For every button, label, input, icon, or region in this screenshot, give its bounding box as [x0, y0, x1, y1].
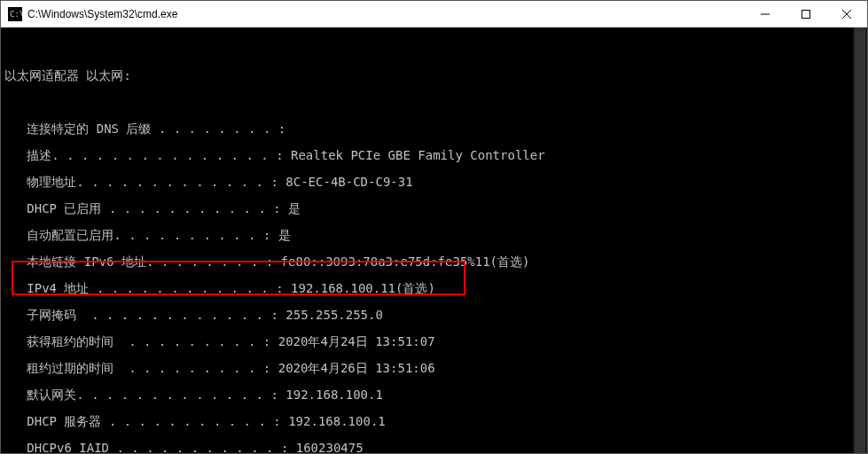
ipv4-label: IPv4 地址: [27, 281, 89, 295]
ipv6-local-value: fe80::3093:78a3:e75d:fe35%11(首选): [281, 254, 530, 269]
terminal-output[interactable]: 以太网适配器 以太网: 连接特定的 DNS 后缀 . . . . . . . .…: [1, 27, 867, 453]
description-value: Realtek PCIe GBE Family Controller: [291, 148, 545, 162]
svg-text:C:\: C:\: [10, 10, 22, 19]
lease-expires-label: 租约过期的时间: [27, 361, 113, 375]
dhcp-enabled-label: DHCP 已启用: [27, 201, 101, 215]
lease-obtained-label: 获得租约的时间: [27, 334, 113, 348]
ipv6-local-label: 本地链接 IPv6 地址: [27, 254, 146, 269]
dhcpv6-iaid-label: DHCPv6 IAID: [27, 441, 109, 453]
cmd-window: C:\ C:\Windows\System32\cmd.exe 以太网适配器 以…: [0, 0, 868, 454]
svg-rect-3: [802, 10, 810, 18]
dhcp-enabled-value: 是: [288, 201, 301, 215]
lease-obtained-value: 2020年4月24日 13:51:07: [278, 334, 435, 348]
scrollbar-thumb[interactable]: [855, 27, 865, 453]
dns-suffix-label: 连接特定的 DNS 后缀: [27, 121, 151, 136]
window-title: C:\Windows\System32\cmd.exe: [27, 8, 177, 20]
physical-label: 物理地址: [27, 175, 76, 189]
close-button[interactable]: [826, 1, 867, 27]
autoconf-value: 是: [278, 228, 291, 242]
autoconf-label: 自动配置已启用: [27, 228, 113, 242]
ipv4-value: 192.168.100.11(首选): [291, 281, 435, 295]
gateway-label: 默认网关: [27, 387, 76, 402]
scrollbar[interactable]: [853, 27, 867, 453]
cmd-icon: C:\: [8, 7, 22, 21]
gateway-value: 192.168.100.1: [285, 387, 383, 402]
dhcpv6-iaid-value: 160230475: [296, 441, 364, 453]
description-label: 描述: [27, 148, 51, 162]
physical-value: 8C-EC-4B-CD-C9-31: [285, 175, 412, 189]
dhcp-server-label: DHCP 服务器: [27, 414, 101, 428]
maximize-button[interactable]: [786, 1, 826, 27]
subnet-value: 255.255.255.0: [285, 308, 383, 322]
titlebar[interactable]: C:\ C:\Windows\System32\cmd.exe: [1, 1, 867, 27]
minimize-button[interactable]: [745, 1, 786, 27]
lease-expires-value: 2020年4月26日 13:51:06: [278, 361, 435, 375]
subnet-label: 子网掩码: [27, 308, 76, 322]
adapter1-header: 以太网适配器 以太网:: [4, 68, 131, 82]
dhcp-server-value: 192.168.100.1: [288, 414, 386, 428]
